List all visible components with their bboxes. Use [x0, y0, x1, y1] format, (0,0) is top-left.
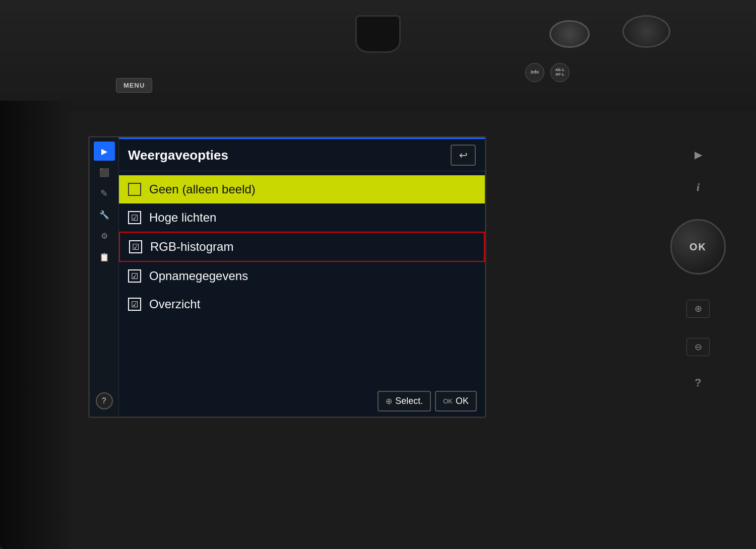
- wrench-icon: 🔧: [99, 210, 109, 220]
- ok-icon: OK: [443, 397, 453, 405]
- label-opnamegegevens: Opnamegegevens: [149, 269, 248, 283]
- zoom-in-icon: ⊕: [695, 303, 702, 314]
- pencil-icon: ✎: [100, 188, 108, 199]
- checkbox-rgb-histogram: ☑: [129, 240, 142, 253]
- menu-item-overzicht[interactable]: ☑ Overzicht: [119, 290, 485, 318]
- ae-l-button[interactable]: AE-LAF-L: [550, 63, 570, 82]
- viewfinder: [355, 15, 401, 53]
- ok-dpad-button[interactable]: OK: [670, 219, 726, 274]
- menu-button[interactable]: MENU: [116, 78, 152, 93]
- screen-header: Weergaveopties ↩: [119, 138, 485, 171]
- playback-icon: ▶: [101, 147, 107, 156]
- select-label: Select.: [395, 396, 423, 406]
- sidebar-tab-camera[interactable]: ⬛: [94, 163, 115, 182]
- screen-title: Weergaveopties: [128, 148, 228, 163]
- ok-footer-button[interactable]: OK OK: [435, 391, 477, 411]
- sidebar: ▶ ⬛ ✎ 🔧 ⚙ 📋 ?: [90, 138, 119, 417]
- zoom-out-icon: ⊖: [695, 341, 702, 353]
- menu-list: Geen (alleen beeld) ☑ Hoge lichten ☑: [119, 171, 485, 322]
- label-overzicht: Overzicht: [149, 297, 200, 311]
- sidebar-tab-document[interactable]: 📋: [94, 247, 115, 266]
- checkbox-opnamegegevens: ☑: [128, 269, 141, 283]
- left-grip: [0, 101, 71, 549]
- label-rgb-histogram: RGB-histogram: [150, 240, 233, 254]
- zoom-out-button[interactable]: ⊖: [686, 338, 710, 356]
- sidebar-tab-wrench[interactable]: 🔧: [94, 205, 115, 224]
- camera-icon: ⬛: [99, 168, 109, 177]
- checkbox-overzicht: ☑: [128, 298, 141, 311]
- menu-item-geen[interactable]: Geen (alleen beeld): [119, 175, 485, 203]
- checkbox-geen: [128, 183, 141, 196]
- top-dial-left: [549, 20, 590, 48]
- info-button[interactable]: info: [525, 63, 544, 82]
- top-dial-right: [622, 15, 670, 48]
- ok-label: OK: [456, 396, 469, 406]
- select-icon: ⊕: [386, 396, 392, 406]
- label-hoge-lichten: Hoge lichten: [149, 211, 216, 225]
- lcd-screen: ▶ ⬛ ✎ 🔧 ⚙ 📋 ?: [88, 136, 486, 418]
- sidebar-tab-settings[interactable]: ⚙: [94, 226, 115, 245]
- screen-footer: ⊕ Select. OK OK: [119, 386, 485, 417]
- sidebar-tab-playback[interactable]: ▶: [94, 142, 115, 161]
- document-icon: 📋: [99, 252, 109, 262]
- right-question-icon: ?: [695, 376, 701, 389]
- settings-icon: ⚙: [101, 231, 108, 241]
- zoom-in-button[interactable]: ⊕: [686, 300, 710, 318]
- camera-body: MENU info AE-LAF-L ▶ ⬛ ✎: [0, 0, 756, 549]
- menu-item-rgb-histogram[interactable]: ☑ RGB-histogram: [119, 232, 485, 262]
- menu-item-hoge-lichten[interactable]: ☑ Hoge lichten: [119, 203, 485, 232]
- back-button[interactable]: ↩: [451, 145, 476, 166]
- checkbox-hoge-lichten: ☑: [128, 211, 141, 224]
- main-content: Weergaveopties ↩ Geen (alleen beeld): [119, 138, 485, 417]
- top-buttons: info AE-LAF-L: [525, 63, 570, 82]
- right-play-icon[interactable]: ▶: [695, 149, 702, 161]
- menu-item-opnamegegevens[interactable]: ☑ Opnamegegevens: [119, 262, 485, 290]
- right-info-icon[interactable]: i: [697, 181, 700, 194]
- label-geen: Geen (alleen beeld): [149, 182, 256, 196]
- select-button[interactable]: ⊕ Select.: [377, 391, 431, 411]
- help-button[interactable]: ?: [96, 392, 113, 409]
- sidebar-tab-pencil[interactable]: ✎: [94, 184, 115, 203]
- screen-content: ▶ ⬛ ✎ 🔧 ⚙ 📋 ?: [90, 138, 485, 417]
